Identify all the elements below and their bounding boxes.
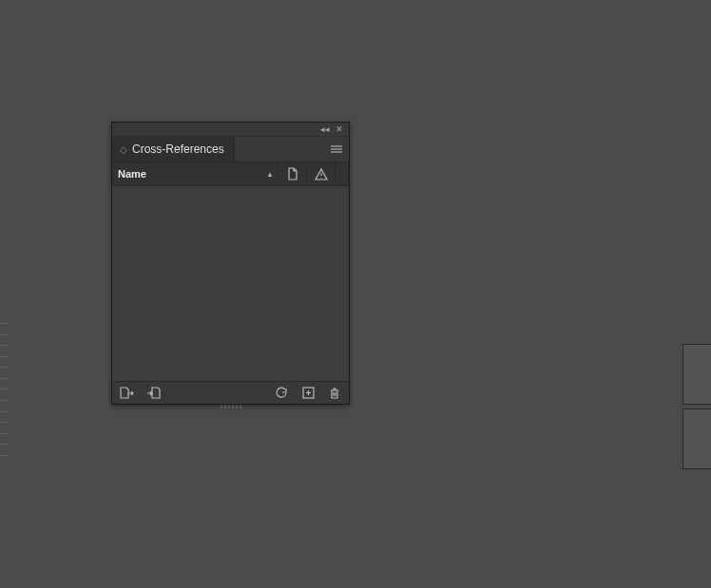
cross-references-panel: ◂◂ ✕ ◇ Cross-References Name ▴ [111,122,350,405]
column-header-spacer [336,162,349,185]
column-header-status[interactable] [307,162,336,185]
tab-label: Cross-References [132,142,224,156]
left-ruler [0,323,8,456]
panel-resize-handle[interactable] [111,406,350,411]
tab-grip-icon: ◇ [120,144,127,155]
docked-panel-stub-1[interactable] [682,344,711,405]
cross-references-list[interactable] [112,186,349,381]
docked-panel-stub-2[interactable] [682,408,711,469]
column-name-label: Name [118,168,146,180]
delete-button[interactable] [326,385,343,402]
warning-icon [315,168,328,180]
page-arrow-icon [120,387,134,399]
refresh-icon [275,387,288,400]
grip-dots-icon [221,406,241,408]
panel-titlebar[interactable]: ◂◂ ✕ [112,123,349,137]
page-insert-icon [146,387,161,399]
collapse-icon[interactable]: ◂◂ [320,124,330,134]
tab-cross-references[interactable]: ◇ Cross-References [112,137,235,161]
column-header-name[interactable]: Name ▴ [112,162,279,185]
panel-tabs: ◇ Cross-References [112,137,349,161]
trash-icon [329,387,340,400]
go-to-destination-button[interactable] [144,385,162,402]
column-header-page[interactable] [279,162,307,185]
go-to-source-button[interactable] [118,385,135,402]
new-cross-reference-button[interactable] [299,385,317,402]
panel-footer [112,381,349,404]
update-button[interactable] [273,385,290,402]
panel-menu-icon[interactable] [324,137,349,161]
sort-ascending-icon: ▴ [268,170,272,179]
page-icon [287,167,298,180]
close-icon[interactable]: ✕ [336,124,343,134]
column-header-row: Name ▴ [112,161,349,186]
new-icon [302,387,315,399]
